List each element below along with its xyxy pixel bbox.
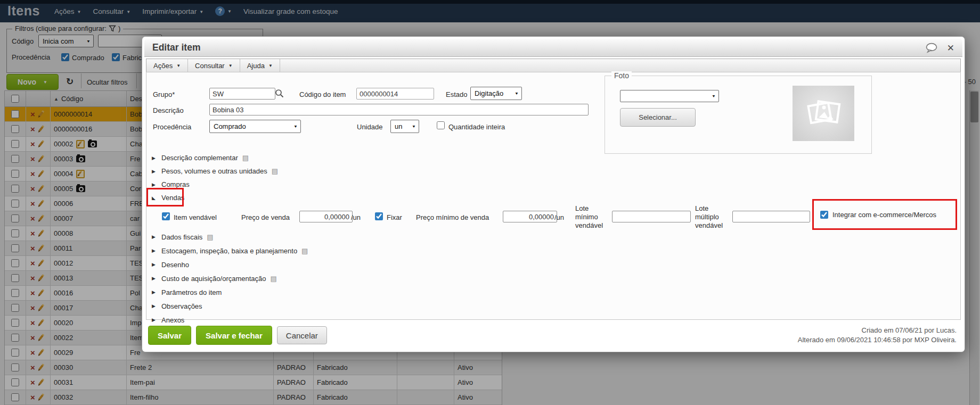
lote-multiplo-label: Lote múltiplo vendável [695, 204, 730, 230]
section-label: Compras [161, 180, 190, 188]
section-par-metros-do-item[interactable]: ▶Parâmetros do item [152, 285, 950, 299]
created-info: Criado em 07/06/21 por Lucas. [798, 326, 957, 335]
procedencia-select[interactable]: Comprado▼ [209, 120, 301, 133]
procedencia-label: Procedência [153, 123, 191, 131]
section-label: Desenho [161, 261, 189, 269]
quantidade-inteira-checkbox[interactable] [437, 121, 445, 129]
preco-minimo-label: Preço mínimo de venda [416, 213, 489, 221]
screen: Itens Ações▼Consultar▼Imprimir/exportar▼… [0, 0, 980, 405]
section-label: Parâmetros do item [161, 288, 222, 296]
chevron-down-icon: ▼ [268, 63, 273, 68]
expand-icon: ▶ [152, 276, 157, 281]
fixar-label: Fixar [387, 213, 402, 221]
section-custo-de-aquisi-o-or-amenta-o[interactable]: ▶Custo de aquisição/orçamentação▤ [152, 271, 950, 285]
expand-icon: ▶ [152, 303, 157, 309]
modal-menu-consultar[interactable]: Consultar▼ [188, 59, 240, 72]
foto-select[interactable]: ▼ [620, 90, 719, 102]
foto-panel: Foto ▼ Selecionar... [605, 76, 872, 154]
modal-title: Editar item [152, 42, 200, 53]
expand-icon: ▶ [152, 182, 157, 187]
modal-menu-ajuda[interactable]: Ajuda▼ [240, 59, 280, 72]
section-dados-fiscais[interactable]: ▶Dados fiscais▤ [152, 230, 950, 244]
section-label: Custo de aquisição/orçamentação [161, 275, 266, 283]
chevron-down-icon: ▼ [176, 63, 181, 68]
save-button[interactable]: Salvar [148, 326, 191, 345]
preco-minimo-unit: /un [554, 213, 564, 221]
audit-info: Criado em 07/06/21 por Lucas. Alterado e… [798, 326, 959, 345]
search-icon[interactable] [275, 89, 284, 100]
codigo-item-label: Código do item [299, 90, 346, 98]
lote-minimo-label: Lote mínimo vendável [575, 204, 607, 230]
section-observa-es[interactable]: ▶Observações [152, 299, 950, 313]
selecionar-button[interactable]: Selecionar... [620, 108, 696, 127]
modal-body: Grupo* Código do item Estado Digitação▼ … [146, 72, 961, 320]
expand-icon: ▶ [152, 169, 157, 174]
expand-icon: ▶ [152, 262, 157, 267]
section-pesos-volumes-e-outras-unidades[interactable]: ▶Pesos, volumes e outras unidades▤ [152, 164, 950, 178]
chevron-down-icon: ▼ [514, 92, 519, 96]
form-doc-icon: ▤ [301, 247, 308, 255]
form-doc-icon: ▤ [242, 154, 249, 162]
item-vendavel-label: Item vendável [174, 213, 217, 221]
expand-icon: ▶ [152, 155, 157, 161]
altered-info: Alterado em 09/06/2021 10:46:58 por MXP … [798, 335, 957, 345]
estado-label: Estado [446, 90, 467, 98]
item-vendavel-checkbox[interactable] [162, 212, 170, 220]
modal-titlebar: Editar item ✕ [144, 39, 962, 57]
codigo-item-input [356, 88, 434, 100]
section-label: Observações [161, 302, 202, 310]
chevron-down-icon: ▼ [412, 125, 416, 129]
section-label: Estocagem, inspeção, baixa e planejament… [161, 247, 297, 255]
section-desenho[interactable]: ▶Desenho [152, 258, 950, 271]
vendas-highlight-box [146, 188, 184, 206]
modal-menubar: Ações▼Consultar▼Ajuda▼ [146, 59, 961, 72]
edit-item-modal: Editar item ✕ Ações▼Consultar▼Ajuda▼ Gru… [142, 36, 965, 352]
preco-venda-unit: /un [351, 213, 361, 221]
integrar-ecommerce-label: Integrar com e-commerce/Mercos [832, 211, 936, 219]
unidade-select[interactable]: un▼ [390, 120, 419, 133]
save-and-close-button[interactable]: Salvar e fechar [196, 326, 272, 345]
integrar-highlight-box: Integrar com e-commerce/Mercos [812, 199, 957, 230]
grupo-label: Grupo* [153, 90, 175, 98]
lote-multiplo-input[interactable] [732, 211, 810, 222]
descricao-input[interactable] [209, 104, 589, 115]
comment-bubble-icon[interactable] [925, 43, 938, 55]
preco-minimo-input[interactable] [503, 211, 557, 222]
section-compras[interactable]: ▶Compras [152, 178, 950, 191]
grupo-input[interactable] [209, 88, 275, 100]
sections-bottom: ▶Dados fiscais▤▶Estocagem, inspeção, bai… [152, 230, 950, 327]
chevron-down-icon: ▼ [293, 125, 298, 129]
section-label: Descrição complementar [161, 154, 238, 162]
fixar-checkbox[interactable] [375, 212, 383, 220]
foto-legend: Foto [611, 71, 632, 80]
section-label: Dados fiscais [161, 233, 202, 241]
unidade-label: Unidade [357, 123, 382, 131]
photo-placeholder [793, 86, 854, 141]
chevron-down-icon: ▼ [712, 94, 716, 98]
sections-top: ▶Descrição complementar▤▶Pesos, volumes … [152, 151, 950, 204]
modal-footer: Salvar Salvar e fechar Cancelar Criado e… [146, 321, 961, 349]
preco-venda-label: Preço de venda [241, 213, 290, 221]
estado-select[interactable]: Digitação▼ [470, 87, 522, 100]
descricao-label: Descrição [153, 106, 184, 114]
vendas-panel: Item vendável Preço de venda /un Fixar P… [146, 203, 961, 231]
modal-menu-ações[interactable]: Ações▼ [146, 59, 188, 72]
quantidade-inteira-label: Quantidade inteira [448, 123, 505, 131]
cancel-button[interactable]: Cancelar [277, 326, 327, 344]
preco-venda-input[interactable] [299, 211, 353, 222]
form-doc-icon: ▤ [207, 233, 213, 241]
lote-minimo-input[interactable] [612, 211, 691, 222]
expand-icon: ▶ [152, 248, 157, 253]
photos-icon [804, 96, 843, 131]
form-doc-icon: ▤ [271, 275, 277, 283]
section-descri-o-complementar[interactable]: ▶Descrição complementar▤ [152, 151, 950, 164]
section-label: Pesos, volumes e outras unidades [161, 167, 267, 175]
expand-icon: ▶ [152, 290, 157, 295]
chevron-down-icon: ▼ [228, 63, 233, 68]
form-doc-icon: ▤ [272, 167, 278, 175]
section-estocagem-inspe-o-baixa-e-planejamento[interactable]: ▶Estocagem, inspeção, baixa e planejamen… [152, 244, 950, 258]
integrar-ecommerce-checkbox[interactable] [820, 211, 828, 219]
close-icon[interactable]: ✕ [947, 43, 954, 54]
expand-icon: ▶ [152, 234, 157, 239]
